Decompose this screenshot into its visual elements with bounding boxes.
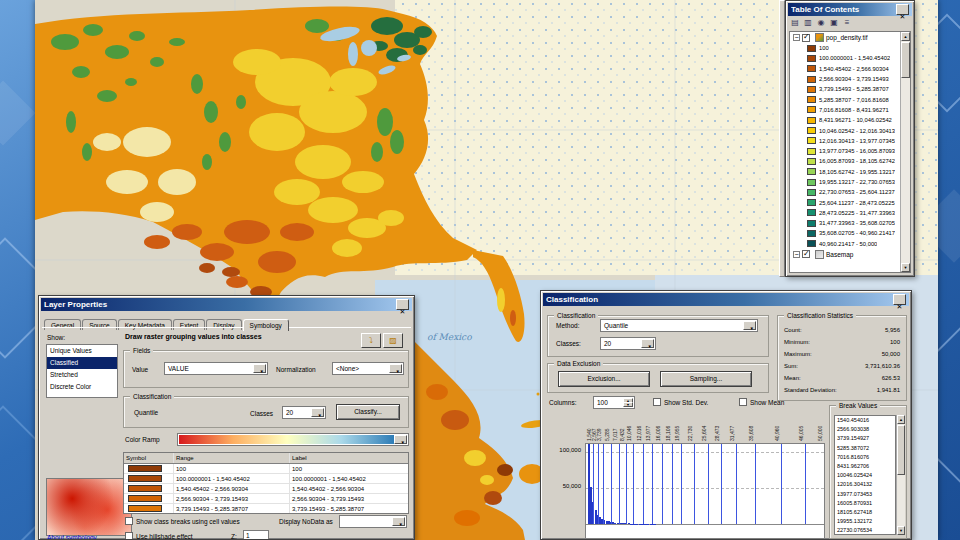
break-value[interactable]: 8431.962706 (835, 462, 895, 471)
toc-basemap-item[interactable]: Basemap (790, 249, 900, 260)
spin-down-icon[interactable]: ▼ (623, 402, 633, 407)
sampling-button[interactable]: Sampling... (660, 371, 752, 387)
legend-item[interactable]: 12,016.30413 - 13,977.07345 (790, 136, 900, 146)
symbol-swatch[interactable] (128, 505, 162, 512)
legend-item[interactable]: 2,566.90304 - 3,739.15493 (790, 74, 900, 84)
toc-layer-item[interactable]: pop_density.tif (790, 32, 900, 43)
show-mean-checkbox[interactable] (739, 398, 747, 406)
table-row[interactable]: 100100 (124, 464, 408, 474)
break-value[interactable]: 10046.025424 (835, 471, 895, 480)
classes-dropdown[interactable]: 20 (282, 406, 326, 419)
break-line[interactable] (694, 444, 695, 524)
scroll-up-icon[interactable]: ▲ (897, 415, 905, 424)
break-line[interactable] (708, 444, 709, 524)
classes-dropdown[interactable]: 20 (600, 337, 656, 350)
break-line[interactable] (662, 444, 663, 524)
tab-key-metadata[interactable]: Key Metadata (118, 319, 172, 330)
table-row[interactable]: 100.0000001 - 1,540.45402100.0000001 - 1… (124, 474, 408, 484)
legend-item[interactable]: 5,285.38707 - 7,016.81608 (790, 94, 900, 104)
layer-visibility-checkbox[interactable] (802, 34, 810, 42)
symbology-options-button[interactable]: ▨ (383, 333, 403, 348)
legend-item[interactable]: 40,960.21417 - 50,000 (790, 239, 900, 249)
close-icon[interactable] (896, 4, 909, 15)
break-line[interactable] (781, 444, 782, 524)
show-item-discrete-color[interactable]: Discrete Color (47, 381, 117, 393)
nodata-color-dropdown[interactable] (339, 515, 407, 528)
symbol-swatch[interactable] (128, 465, 162, 472)
break-line[interactable] (681, 444, 682, 524)
classify-button[interactable]: Classify... (336, 404, 400, 420)
break-value[interactable]: 3739.154927 (835, 434, 895, 443)
scroll-down-icon[interactable]: ▼ (897, 526, 905, 535)
import-symbology-button[interactable]: ⤵ (361, 333, 381, 348)
break-line[interactable] (824, 444, 825, 524)
normalization-dropdown[interactable]: <None> (332, 362, 404, 375)
tab-extent[interactable]: Extent (173, 319, 205, 330)
legend-item[interactable]: 100 (790, 43, 900, 53)
break-line[interactable] (672, 444, 673, 524)
about-symbology-link[interactable]: About symbology (47, 534, 97, 540)
break-line[interactable] (626, 444, 627, 524)
break-line[interactable] (603, 444, 604, 524)
z-field[interactable]: 1 (243, 530, 269, 540)
list-by-source-icon[interactable]: ▥ (802, 17, 814, 29)
layer-name[interactable]: pop_density.tif (826, 34, 867, 41)
color-ramp-dropdown[interactable] (177, 433, 409, 446)
exclusion-button[interactable]: Exclusion... (558, 371, 650, 387)
break-line[interactable] (736, 444, 737, 524)
symbol-swatch[interactable] (128, 495, 162, 502)
hillshade-checkbox-row[interactable]: Use hillshade effect (125, 532, 193, 540)
scrollbar-thumb[interactable] (897, 425, 905, 475)
legend-item[interactable]: 16,005.87093 - 18,105.62742 (790, 156, 900, 166)
tab-general[interactable]: General (44, 319, 81, 330)
break-line[interactable] (598, 444, 599, 524)
legend-item[interactable]: 35,608.02705 - 40,960.21417 (790, 228, 900, 238)
list-by-selection-icon[interactable]: ▣ (828, 17, 840, 29)
break-value[interactable]: 12016.304132 (835, 480, 895, 489)
break-value[interactable]: 22730.076534 (835, 526, 895, 535)
show-item-stretched[interactable]: Stretched (47, 369, 117, 381)
break-line[interactable] (643, 444, 644, 524)
break-values-scrollbar[interactable]: ▲ ▼ (896, 415, 905, 535)
legend-item[interactable]: 13,977.07345 - 16,005.87093 (790, 146, 900, 156)
break-value[interactable]: 5285.387072 (835, 444, 895, 453)
symbol-swatch[interactable] (128, 475, 162, 482)
break-line[interactable] (611, 444, 612, 524)
table-row[interactable]: 1,540.45402 - 2,566.903041,540.45402 - 2… (124, 484, 408, 494)
collapse-icon[interactable] (793, 251, 800, 258)
close-icon[interactable] (893, 294, 906, 305)
break-line[interactable] (652, 444, 653, 524)
legend-item[interactable]: 100.0000001 - 1,540.45402 (790, 53, 900, 63)
break-line[interactable] (593, 444, 594, 524)
scrollbar-thumb[interactable] (901, 42, 910, 78)
break-value[interactable]: 19955.132172 (835, 517, 895, 526)
tab-source[interactable]: Source (82, 319, 117, 330)
tab-display[interactable]: Display (206, 319, 241, 330)
break-value[interactable]: 1540.454016 (835, 416, 895, 425)
break-line[interactable] (619, 444, 620, 524)
tab-symbology[interactable]: Symbology (243, 319, 289, 331)
columns-spinner[interactable]: 100 ▲ ▼ (593, 396, 635, 409)
break-value[interactable]: 7016.816076 (835, 453, 895, 462)
break-line[interactable] (755, 444, 756, 524)
method-dropdown[interactable]: Quantile (600, 319, 758, 332)
break-value[interactable]: 13977.073453 (835, 490, 895, 499)
basemap-name[interactable]: Basemap (826, 251, 853, 258)
table-row[interactable]: 3,739.15493 - 5,285.387073,739.15493 - 5… (124, 504, 408, 514)
break-line[interactable] (633, 444, 634, 524)
legend-item[interactable]: 1,540.45402 - 2,566.90304 (790, 64, 900, 74)
legend-item[interactable]: 7,016.81608 - 8,431.96271 (790, 105, 900, 115)
list-by-visibility-icon[interactable]: ◉ (815, 17, 827, 29)
legend-item[interactable]: 8,431.96271 - 10,046.02542 (790, 115, 900, 125)
scroll-up-icon[interactable]: ▲ (901, 32, 910, 41)
break-value[interactable]: 18105.627418 (835, 508, 895, 517)
legend-item[interactable]: 3,739.15493 - 5,285.38707 (790, 84, 900, 94)
legend-item[interactable]: 25,604.11237 - 28,473.05225 (790, 197, 900, 207)
collapse-icon[interactable] (793, 34, 800, 41)
close-icon[interactable] (396, 299, 409, 310)
legend-item[interactable]: 22,730.07653 - 25,604.11237 (790, 187, 900, 197)
show-item-classified[interactable]: Classified (47, 357, 117, 369)
break-value[interactable]: 16005.870931 (835, 499, 895, 508)
show-std-dev-checkbox[interactable] (653, 398, 661, 406)
show-class-breaks-checkbox[interactable] (125, 517, 133, 525)
